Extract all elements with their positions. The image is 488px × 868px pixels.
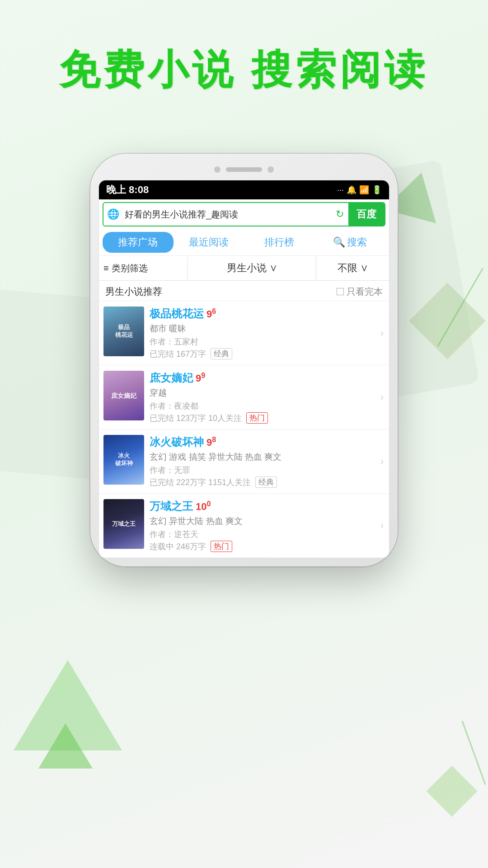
filter-gender[interactable]: 男生小说 ∨ [188,256,317,280]
book-status-4: 连载中 246万字 热门 [150,541,385,552]
filter-limit[interactable]: 不限 ∨ [316,256,389,280]
complete-checkbox[interactable] [337,288,344,295]
book-status-3: 已完结 222万字 1151人关注 经典 [150,476,385,488]
section-title: 男生小说推荐 [105,285,162,298]
book-info-2: 庶女嫡妃 99 穿越 作者：夜凌都 已完结 123万字 10人关注 热门 [150,371,385,424]
book-title-1: 极品桃花运 [150,307,204,321]
phone-camera [214,166,221,173]
book-title-3: 冰火破坏神 [150,435,204,449]
book-title-2: 庶女嫡妃 [150,371,193,385]
chevron-right-icon: › [380,392,384,403]
search-input[interactable]: 好看的男生小说推荐_趣阅读 [123,204,331,225]
globe-icon: 🌐 [103,208,123,220]
nav-tabs: 推荐广场 最近阅读 排行榜 🔍 搜索 [99,229,389,256]
book-author-2: 作者：夜凌都 [150,401,385,411]
book-item[interactable]: 庶女嫡妃 庶女嫡妃 99 穿越 作者：夜凌都 已完结 123万字 10人关注 [99,365,389,429]
book-rating-3: 98 [206,436,216,448]
chevron-right-icon: › [380,520,384,532]
phone-speaker [226,167,262,172]
book-badge-3: 经典 [255,476,277,488]
book-item[interactable]: 冰火破坏神 冰火破坏神 98 玄幻 游戏 搞笑 异世大陆 热血 爽文 作者：无罪 [99,429,389,494]
book-tags-4: 玄幻 异世大陆 热血 爽文 [150,515,385,527]
phone-camera-2 [267,166,274,173]
book-item[interactable]: 万域之王 万域之王 100 玄幻 异世大陆 热血 爽文 作者：逆苍天 连载中 2… [99,494,389,558]
status-bar: 晚上 8:08 ··· 🔔 📶 🔋 [99,180,389,199]
book-badge-4: 热门 [211,541,232,552]
mute-icon: 🔔 [347,185,357,195]
book-cover-4: 万域之王 [103,499,144,549]
headline: 免费小说 搜索阅读 [0,45,488,94]
book-badge-1: 经典 [211,348,232,359]
book-status-1: 已完结 167万字 经典 [150,348,385,359]
tab-search[interactable]: 🔍 搜索 [315,232,386,253]
book-item[interactable]: 极品桃花运 极品桃花运 96 都市 暖昧 作者：五家村 已完结 167万字 [99,301,389,365]
section-header: 男生小说推荐 只看完本 [99,281,389,301]
chevron-right-icon: › [380,456,384,467]
tab-ranking[interactable]: 排行榜 [244,232,315,253]
book-cover-1: 极品桃花运 [103,307,144,356]
tab-recommend[interactable]: 推荐广场 [103,232,174,253]
baidu-button[interactable]: 百度 [348,203,385,226]
book-author-1: 作者：五家村 [150,336,385,347]
battery-icon: 🔋 [372,185,382,195]
book-rating-1: 96 [206,307,216,320]
refresh-icon[interactable]: ↻ [331,208,348,220]
only-complete-toggle[interactable]: 只看完本 [337,286,383,298]
book-cover-3: 冰火破坏神 [103,435,144,485]
chevron-right-icon: › [380,327,384,339]
book-author-4: 作者：逆苍天 [150,529,385,540]
book-cover-2: 庶女嫡妃 [103,371,144,420]
book-status-2: 已完结 123万字 10人关注 热门 [150,412,385,424]
book-title-4: 万域之王 [150,499,193,514]
book-rating-4: 100 [196,500,211,513]
filter-row: ≡ 类别筛选 男生小说 ∨ 不限 ∨ [99,256,389,281]
book-tags-1: 都市 暖昧 [150,323,385,335]
phone-mockup: 晚上 8:08 ··· 🔔 📶 🔋 🌐 好看的男生小说推荐_趣阅读 ↻ 百度 推… [90,154,398,566]
search-icon: 🔍 [333,236,345,248]
book-rating-2: 99 [196,372,205,384]
wifi-icon: 📶 [359,185,369,195]
book-badge-2: 热门 [246,412,268,424]
book-tags-3: 玄幻 游戏 搞笑 异世大陆 热血 爽文 [150,451,385,463]
book-tags-2: 穿越 [150,387,385,399]
book-info-4: 万域之王 100 玄幻 异世大陆 热血 爽文 作者：逆苍天 连载中 246万字 … [150,499,385,552]
book-info-1: 极品桃花运 96 都市 暖昧 作者：五家村 已完结 167万字 经典 [150,307,385,359]
status-icons: ··· 🔔 📶 🔋 [337,185,382,195]
search-bar[interactable]: 🌐 好看的男生小说推荐_趣阅读 ↻ 百度 [103,202,385,226]
book-list: 极品桃花运 极品桃花运 96 都市 暖昧 作者：五家村 已完结 167万字 [99,301,389,558]
status-time: 晚上 8:08 [106,183,149,197]
signal-dots: ··· [337,185,344,195]
phone-screen: 晚上 8:08 ··· 🔔 📶 🔋 🌐 好看的男生小说推荐_趣阅读 ↻ 百度 推… [99,180,389,558]
filter-category[interactable]: ≡ 类别筛选 [99,257,188,280]
book-author-3: 作者：无罪 [150,465,385,476]
filter-icon: ≡ [103,263,109,274]
tab-recent[interactable]: 最近阅读 [174,232,244,253]
book-info-3: 冰火破坏神 98 玄幻 游戏 搞笑 异世大陆 热血 爽文 作者：无罪 已完结 2… [150,435,385,488]
